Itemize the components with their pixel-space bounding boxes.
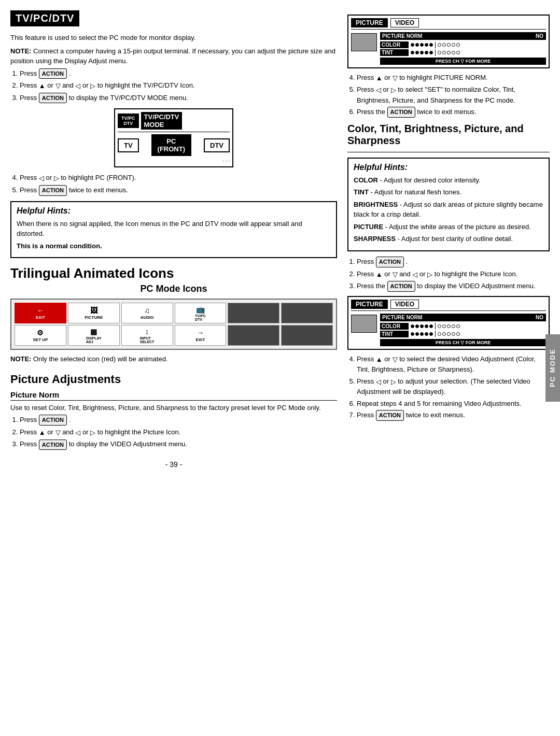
divider-1 <box>347 152 550 152</box>
up-arr-rv2: ▲ <box>376 270 383 280</box>
setup-icon: ⚙ <box>37 329 44 337</box>
hint-picture: PICTURE - Adjust the white areas of the … <box>354 222 543 232</box>
right-helpful-hints-title: Helpful Hints: <box>354 163 543 172</box>
up-arr-r4: ▲ <box>376 73 383 83</box>
mode-pc: PC(FRONT) <box>151 134 191 156</box>
step-1: Press ACTION . <box>20 68 337 79</box>
pn-step-1: Press ACTION . <box>20 415 337 426</box>
color-label-bot: COLOR <box>380 323 409 330</box>
note2: NOTE: Only the selected icon (red) will … <box>10 354 337 364</box>
action-btn-r27: ACTION <box>376 410 404 421</box>
r2-step-5: Press ◁ or ▷ to adjust your selection. (… <box>357 376 550 397</box>
tvpcdtv-icon: 📺 <box>196 305 205 314</box>
color-label-top: COLOR <box>380 41 409 48</box>
rv-step-3: Press the ACTION to display the VIDEO Ad… <box>357 281 550 292</box>
picture-norm-sub: Picture Norm <box>10 390 337 401</box>
picture-norm-diagram-top: PICTURE VIDEO PICTURE NORM NO COLOR <box>347 15 550 68</box>
tint-label-bot: TINT <box>380 331 409 337</box>
right-arrow: ▷ <box>90 81 95 91</box>
r-step-5: Press ◁ or ▷ to select "SET" to normaliz… <box>357 84 550 105</box>
up-arrow: ▲ <box>39 81 46 91</box>
tab-picture-bot: PICTURE <box>351 300 388 309</box>
hint-tint: TINT - Adjust for natural flesh tones. <box>354 187 543 197</box>
step-2: Press ▲ or ▽ and ◁ or ▷ to highlight the… <box>20 80 337 91</box>
r-step-4: Press ▲ or ▽ to highlight PICTURE NORM. <box>357 73 550 83</box>
note2-text: Only the selected icon (red) will be ani… <box>33 355 167 363</box>
action-btn-rv3: ACTION <box>387 281 415 292</box>
lt-arr-r5: ◁ <box>376 85 381 95</box>
r2-step-4: Press ▲ or ▽ to select the desired Video… <box>357 354 550 375</box>
icon-empty3 <box>228 325 279 346</box>
pn-step-3: Press ACTION to display the VIDEO Adjust… <box>20 439 337 450</box>
lt-arr-pn: ◁ <box>75 428 80 438</box>
tv-mode-diagram: TV/PC DTV TV/PC/DTVMODE TV PC(FRONT) DTV… <box>114 108 233 167</box>
right-video-steps: Press ACTION . Press ▲ or ▽ and ◁ or ▷ t… <box>357 257 550 292</box>
pn-norm-label-bot: PICTURE NORM <box>380 314 533 321</box>
left-column: TV/PC/DTV This feature is used to select… <box>10 10 342 726</box>
step-5: Press ACTION twice to exit menus. <box>20 185 337 196</box>
right-arrow-4: ▷ <box>54 173 59 183</box>
tab-video-bot: VIDEO <box>390 300 419 309</box>
action-btn-3: ACTION <box>39 93 67 104</box>
steps-after-diagram: Press ◁ or ▷ to highlight PC (FRONT). Pr… <box>20 173 337 195</box>
action-btn-r6: ACTION <box>387 107 415 118</box>
dn-arr-r24: ▽ <box>393 355 398 365</box>
helpful-hints-title: Helpful Hints: <box>17 206 331 216</box>
icon-input-select: ↕ INPUTSELECT <box>121 325 173 346</box>
pc-mode-icons-title: PC Mode Icons <box>10 284 337 294</box>
input-icon: ↕ <box>145 328 149 336</box>
step-3: Press ACTION to display the TV/PC/DTV MO… <box>20 93 337 104</box>
action-btn-pn1: ACTION <box>39 415 67 426</box>
color-dots-bot <box>411 323 460 329</box>
up-arr-pn: ▲ <box>39 428 46 438</box>
down-arrow: ▽ <box>55 81 61 91</box>
rv-step-2: Press ▲ or ▽ and ◁ or ▷ to highlight the… <box>357 269 550 279</box>
icon-empty1 <box>228 303 279 323</box>
intro-text: This feature is used to select the PC mo… <box>10 33 337 43</box>
note-label: NOTE: <box>10 47 31 55</box>
tv-pc-dtv-icon: TV/PC DTV <box>118 114 139 128</box>
icon-exit: ← EXIT <box>15 303 66 323</box>
right-steps-picture-norm: Press ▲ or ▽ to highlight PICTURE NORM. … <box>357 73 550 118</box>
icon-audio: ♫ AUDIO <box>121 303 173 323</box>
up-arr-r24: ▲ <box>376 355 383 365</box>
picture-norm-desc: Use to reset Color, Tint, Brightness, Pi… <box>10 403 337 413</box>
icon-picture: 🖼 PICTURE <box>68 303 120 323</box>
tint-dots-bot <box>411 331 460 337</box>
icon-empty2 <box>281 303 333 323</box>
dn-arr-pn: ▽ <box>55 428 61 438</box>
pn-norm-value-top: NO <box>533 32 546 40</box>
action-btn-5: ACTION <box>39 185 67 196</box>
press-row-bot: PRESS CH ▽ FOR MORE <box>380 339 546 346</box>
rt-arr-r5: ▷ <box>391 85 396 95</box>
audio-icon: ♫ <box>144 306 150 315</box>
r-step-6: Press the ACTION twice to exit menus. <box>357 107 550 118</box>
dn-arr-rv2: ▽ <box>393 270 398 280</box>
press-row-top: PRESS CH ▽ FOR MORE <box>380 58 546 65</box>
hint-color: COLOR - Adjust for desired color intensi… <box>354 175 543 186</box>
rt-arr-pn: ▷ <box>90 428 95 438</box>
pc-mode-tab: PC MODE <box>545 334 560 402</box>
dn-arr-r4: ▽ <box>393 73 398 83</box>
helpful-hints-bold: This is a normal condition. <box>17 242 102 250</box>
left-arrow: ◁ <box>75 81 80 91</box>
picture-adj-title: Picture Adjustments <box>10 373 337 386</box>
exit-icon: ← <box>37 306 44 315</box>
r2-step-6: Repeat steps 4 and 5 for remaining Video… <box>357 399 550 409</box>
section-title-trilingual: Trilingual Animated Icons <box>10 265 337 281</box>
rt-arr-rv2: ▷ <box>427 270 432 280</box>
hint-sharpness: SHARPNESS - Adjust for best clarity of o… <box>354 234 543 244</box>
icon-display-adj: ▦ DISPLAYADJ <box>68 325 120 346</box>
tab-video-top: VIDEO <box>390 18 419 27</box>
screen-preview-top <box>351 33 377 51</box>
mode-tv: TV <box>118 138 139 152</box>
action-btn-pn3: ACTION <box>39 440 67 450</box>
header-label: TV/PC/DTV <box>16 12 74 24</box>
pn-step-2: Press ▲ or ▽ and ◁ or ▷ to highlight the… <box>20 427 337 437</box>
icon-exit2: → EXIT <box>175 325 227 346</box>
note-text: Connect a computer having a 15-pin outpu… <box>10 47 335 65</box>
display-icon: ▦ <box>90 328 97 336</box>
step-4: Press ◁ or ▷ to highlight PC (FRONT). <box>20 173 337 183</box>
tint-dots-top <box>411 50 460 56</box>
right-steps-after-diagram: Press ▲ or ▽ to select the desired Video… <box>357 354 550 421</box>
